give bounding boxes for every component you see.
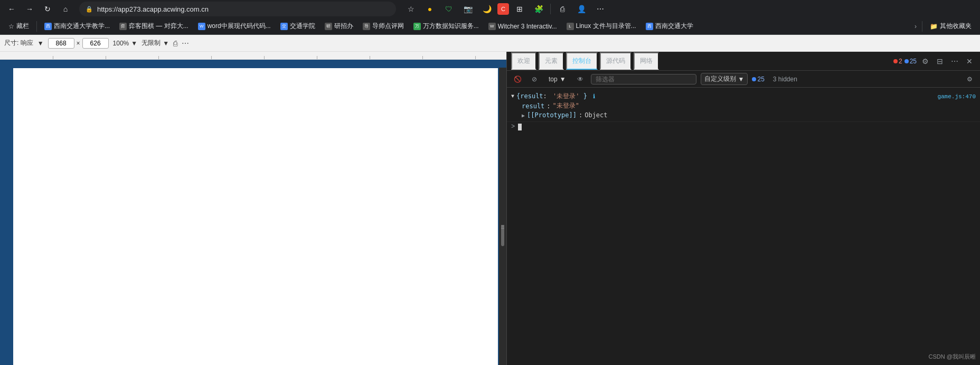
responsive-dropdown-icon[interactable]: ▼	[37, 40, 44, 47]
width-input[interactable]	[48, 38, 74, 49]
bookmark-chess[interactable]: 弈 弈客围棋 — 对弈大...	[115, 20, 193, 33]
forward-button[interactable]: →	[22, 2, 37, 16]
size-inputs: ×	[48, 38, 109, 49]
moon-icon[interactable]: 🌙	[478, 1, 495, 17]
tab-elements[interactable]: 元素	[539, 52, 564, 70]
proto-arrow[interactable]: ▶	[522, 113, 525, 118]
console-entry-object: ▼ {result: '未登录' } ℹ game.js:470 result …	[507, 90, 980, 122]
bookmark-cang[interactable]: ☆ 藏栏	[4, 20, 33, 33]
console-output[interactable]: ▼ {result: '未登录' } ℹ game.js:470 result …	[507, 88, 980, 365]
source-link[interactable]: game.js:470	[937, 93, 976, 100]
ruler-tick	[475, 56, 476, 59]
error-count: 2	[899, 58, 902, 65]
puzzle-icon[interactable]: 🧩	[530, 1, 547, 17]
favicon-icon: W	[488, 23, 496, 30]
divider	[550, 4, 551, 14]
size-separator: ×	[77, 40, 80, 47]
folder-icon: 📁	[930, 23, 938, 30]
info-icon[interactable]: ℹ	[593, 93, 595, 100]
nav-controls: ← → ↻ ⌂	[4, 2, 73, 16]
favicon-icon: 西	[646, 23, 653, 30]
zoom-selector[interactable]: 100% ▼	[113, 40, 138, 47]
log-level-selector[interactable]: 自定义级别 ▼	[701, 73, 748, 85]
shield-icon[interactable]: 🛡	[440, 1, 457, 17]
filter-input[interactable]	[591, 74, 696, 85]
proto-value: Object	[585, 111, 607, 119]
sidebar-icon[interactable]: ⎙	[554, 1, 571, 17]
tab-console[interactable]: 控制台	[566, 52, 598, 70]
log-level-label: 自定义级别	[704, 74, 736, 83]
console-input-row[interactable]: >	[507, 122, 980, 132]
bookmark-label: 研招办	[334, 22, 353, 31]
back-button[interactable]: ←	[4, 2, 19, 16]
tab-sources[interactable]: 源代码	[600, 52, 632, 70]
zoom-value: 100%	[113, 40, 129, 47]
bookmark-label: 万方数据知识服务...	[423, 22, 479, 31]
responsive-label: 尺寸: 响应	[4, 39, 33, 48]
bookmark-label: 交通学院	[290, 22, 315, 31]
expand-arrow[interactable]: ▼	[511, 93, 514, 99]
title-bar: ← → ↻ ⌂ 🔒 https://app273.acapp.acwing.co…	[0, 0, 980, 18]
favicon-icon: 万	[413, 23, 421, 30]
clear-console-btn[interactable]: 🚫	[511, 73, 524, 86]
bookmark-jiaotong[interactable]: 交 交通学院	[276, 20, 319, 33]
prop-value-result: "未登录"	[553, 101, 579, 110]
scroll-line	[501, 227, 504, 227]
c-icon[interactable]: C	[497, 3, 509, 15]
bookmark-xnjtu-teach[interactable]: 西 西南交通大学教学...	[40, 20, 114, 33]
bookmark-daoshi[interactable]: 导 导师点评网	[359, 20, 408, 33]
address-bar[interactable]: 🔒 https://app273.acapp.acwing.com.cn	[79, 2, 396, 16]
toggle-sidebar-btn[interactable]: ⊘	[528, 73, 541, 86]
bookmark-linux[interactable]: L Linux 文件与目录管...	[562, 20, 640, 33]
bookmarks-more[interactable]: ›	[912, 23, 919, 30]
star-icon[interactable]: ☆	[402, 1, 419, 17]
home-button[interactable]: ⌂	[58, 2, 73, 16]
ruler-tick	[317, 56, 317, 59]
bookmark-label: Linux 文件与目录管...	[576, 22, 636, 31]
extensions-icon[interactable]: ●	[421, 1, 438, 17]
bookmark-word[interactable]: W word中展现代码代码...	[194, 20, 275, 33]
screenshot-btn[interactable]: ⎙	[173, 39, 177, 48]
eye-btn[interactable]: 👁	[574, 73, 587, 86]
close-devtools-btn[interactable]: ✕	[963, 55, 976, 68]
tab-welcome[interactable]: 欢迎	[511, 52, 536, 70]
prop-colon: :	[546, 102, 550, 110]
scrollbar[interactable]	[499, 68, 506, 365]
dock-btn[interactable]: ⊟	[934, 55, 946, 68]
user-avatar[interactable]: 👤	[573, 1, 590, 17]
more-menu-button[interactable]: ⋯	[592, 1, 609, 17]
console-entry-row: ▼ {result: '未登录' } ℹ game.js:470	[511, 92, 976, 101]
more-options-btn[interactable]: ⋯	[182, 39, 189, 48]
bookmark-witcher[interactable]: W Witcher 3 Interactiv...	[484, 21, 561, 32]
url-text: https://app273.acapp.acwing.com.cn	[97, 5, 390, 13]
property-result: result : "未登录"	[522, 101, 608, 111]
settings-btn2[interactable]: ⚙	[963, 73, 976, 86]
favicon-icon: 弈	[119, 23, 127, 30]
value-unlogged: '未登录'	[553, 92, 579, 100]
height-input[interactable]	[82, 38, 109, 49]
camera-icon[interactable]: 📷	[459, 1, 476, 17]
ruler-tick	[370, 56, 370, 59]
favicon-icon: W	[198, 23, 205, 30]
tab-network[interactable]: 网络	[634, 52, 659, 70]
favicon-icon: L	[567, 23, 574, 30]
settings-btn[interactable]: ⚙	[919, 55, 931, 68]
bookmark-other[interactable]: 📁 其他收藏夹	[926, 20, 976, 33]
throttle-selector[interactable]: 无限制 ▼	[142, 39, 169, 48]
bookmark-yanjiao[interactable]: 研 研招办	[321, 20, 357, 33]
main-content: 欢迎 元素 控制台 源代码 网络 2 25 ⚙ ⊟ ⋯ ✕	[0, 52, 980, 365]
refresh-button[interactable]: ↻	[40, 2, 55, 16]
throttle-dropdown-icon: ▼	[163, 40, 169, 47]
ruler-tick	[264, 56, 265, 59]
more-btn[interactable]: ⋯	[948, 55, 961, 68]
columns-icon[interactable]: ⊞	[511, 1, 528, 17]
scroll-line	[501, 228, 504, 229]
bookmark-xnjtu[interactable]: 西 西南交通大学	[642, 20, 698, 33]
context-selector[interactable]: top ▼	[545, 74, 570, 85]
bookmark-wanfang[interactable]: 万 万方数据知识服务...	[409, 20, 483, 33]
ruler-tick	[158, 56, 159, 59]
colon: :	[543, 92, 547, 100]
throttle-value: 无限制	[142, 39, 161, 48]
zoom-dropdown-icon: ▼	[131, 40, 137, 47]
devtools-panel: 欢迎 元素 控制台 源代码 网络 2 25 ⚙ ⊟ ⋯ ✕	[507, 52, 980, 365]
